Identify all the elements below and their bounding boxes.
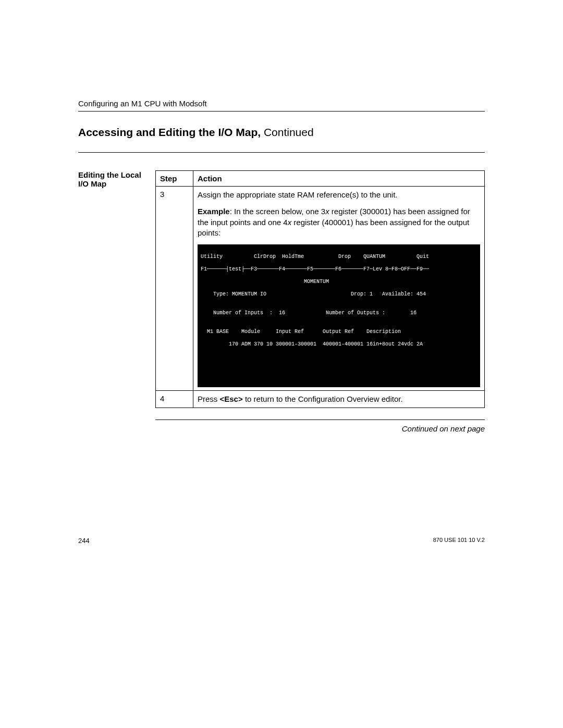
- side-label: Editing the Local I/O Map: [78, 170, 155, 188]
- col-step: Step: [156, 171, 193, 187]
- terminal-screenshot: Utility ClrDrop HoldTme Drop QUANTUM Qui…: [198, 244, 480, 387]
- action-example: Example: In the screen below, one 3x reg…: [198, 206, 480, 238]
- step-number: 4: [156, 391, 193, 408]
- document-page: Configuring an M1 CPU with Modsoft Acces…: [0, 0, 563, 433]
- continued-next-page: Continued on next page: [155, 424, 485, 433]
- page-title: Accessing and Editing the I/O Map, Conti…: [78, 126, 485, 139]
- page-footer: 244 870 USE 101 10 V.2: [78, 537, 485, 545]
- header-rule: [78, 111, 485, 112]
- terminal-line: Utility ClrDrop HoldTme Drop QUANTUM Qui…: [201, 254, 477, 260]
- example-label: Example: [198, 207, 230, 216]
- step-number: 3: [156, 187, 193, 391]
- title-main: Accessing and Editing the I/O Map,: [78, 126, 261, 138]
- table-header-row: Step Action: [156, 171, 485, 187]
- table-row: 3 Assign the appropriate state RAM refer…: [156, 187, 485, 391]
- action-text: Assign the appropriate state RAM referen…: [198, 190, 480, 200]
- terminal-line: MOMENTUM: [201, 279, 477, 285]
- table-row: 4 Press <Esc> to return to the Configura…: [156, 391, 485, 408]
- step-action: Assign the appropriate state RAM referen…: [193, 187, 485, 391]
- action-text: Press <Esc> to return to the Configurati…: [198, 394, 480, 404]
- terminal-line: Type: MOMENTUM IO Drop: 1 Available: 454: [201, 291, 477, 298]
- steps-table-wrap: Step Action 3 Assign the appropriate sta…: [155, 170, 485, 433]
- terminal-line: 170 ADM 370 10 300001-300001 400001-4000…: [201, 341, 477, 348]
- content-row: Editing the Local I/O Map Step Action 3 …: [78, 170, 485, 433]
- step-action: Press <Esc> to return to the Configurati…: [193, 391, 485, 408]
- steps-table: Step Action 3 Assign the appropriate sta…: [155, 170, 485, 408]
- title-continued: Continued: [261, 126, 314, 138]
- running-header: Configuring an M1 CPU with Modsoft: [78, 99, 485, 108]
- title-rule: [78, 152, 485, 153]
- page-number: 244: [78, 537, 90, 545]
- terminal-line: Number of Inputs : 16 Number of Outputs …: [201, 310, 477, 316]
- terminal-line: M1 BASE Module Input Ref Output Ref Desc…: [201, 329, 477, 335]
- document-id: 870 USE 101 10 V.2: [433, 537, 485, 545]
- key-esc: <Esc>: [220, 394, 243, 403]
- section-rule: [155, 419, 485, 420]
- terminal-line: F1──────┤test├──F3───────F4───────F5────…: [201, 266, 477, 273]
- col-action: Action: [193, 171, 485, 187]
